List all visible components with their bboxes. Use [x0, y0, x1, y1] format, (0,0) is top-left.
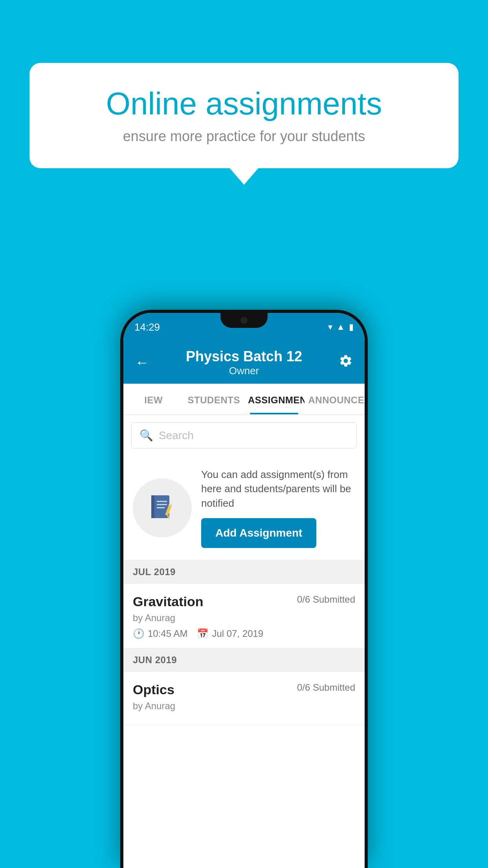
search-bar[interactable]: 🔍 Search — [131, 422, 357, 449]
assignment-icon-circle — [133, 478, 192, 537]
assignment-by: by Anurag — [133, 701, 355, 712]
assignment-time: 🕐 10:45 AM — [133, 628, 187, 639]
tab-assignments[interactable]: ASSIGNMENTS — [244, 384, 305, 414]
section-header-jul: JUL 2019 — [123, 560, 365, 584]
assignment-name: Optics — [133, 682, 174, 697]
assignment-date: 📅 Jul 07, 2019 — [197, 628, 263, 639]
svg-rect-3 — [157, 504, 167, 505]
table-row[interactable]: Optics 0/6 Submitted by Anurag — [123, 672, 365, 725]
status-time: 14:29 — [134, 321, 160, 333]
assignment-name: Gravitation — [133, 594, 203, 609]
svg-rect-1 — [151, 495, 154, 518]
section-header-jun: JUN 2019 — [123, 648, 365, 672]
status-bar: 14:29 ▾ ▲ ▮ — [123, 313, 365, 341]
promo-description: You can add assignment(s) from here and … — [201, 467, 355, 510]
status-icons: ▾ ▲ ▮ — [328, 322, 354, 332]
header-center: Physics Batch 12 Owner — [186, 348, 302, 377]
clock-icon: 🕐 — [133, 628, 145, 639]
app-header: ← Physics Batch 12 Owner — [123, 341, 365, 384]
promo-card: You can add assignment(s) from here and … — [123, 456, 365, 560]
table-row[interactable]: Gravitation 0/6 Submitted by Anurag 🕐 10… — [123, 584, 365, 648]
tab-iew[interactable]: IEW — [123, 384, 184, 414]
svg-rect-4 — [157, 507, 165, 508]
settings-icon[interactable] — [339, 354, 353, 371]
assignment-submitted: 0/6 Submitted — [297, 682, 355, 693]
search-icon: 🔍 — [139, 429, 153, 442]
camera — [240, 317, 248, 324]
assignment-meta: 🕐 10:45 AM 📅 Jul 07, 2019 — [133, 628, 355, 639]
header-title: Physics Batch 12 — [186, 348, 302, 365]
speech-bubble: Online assignments ensure more practice … — [29, 63, 459, 168]
date-value: Jul 07, 2019 — [212, 628, 263, 639]
assignment-by: by Anurag — [133, 612, 355, 623]
time-value: 10:45 AM — [148, 628, 187, 639]
tab-announcements[interactable]: ANNOUNCEM… — [305, 384, 365, 414]
battery-icon: ▮ — [349, 322, 354, 332]
speech-bubble-container: Online assignments ensure more practice … — [29, 63, 459, 168]
phone-screen: 14:29 ▾ ▲ ▮ ← Physics Batch 12 Owner — [123, 313, 365, 868]
calendar-icon: 📅 — [197, 628, 209, 639]
search-input[interactable]: Search — [159, 429, 194, 442]
tab-students[interactable]: STUDENTS — [184, 384, 244, 414]
header-subtitle: Owner — [186, 365, 302, 377]
svg-rect-2 — [157, 501, 167, 502]
promo-text-area: You can add assignment(s) from here and … — [201, 467, 355, 548]
assignment-submitted: 0/6 Submitted — [297, 594, 355, 605]
bubble-subtitle: ensure more practice for your students — [57, 128, 431, 145]
phone-content: 🔍 Search — [123, 415, 365, 725]
assignment-row-top: Gravitation 0/6 Submitted — [133, 594, 355, 609]
add-assignment-button[interactable]: Add Assignment — [201, 518, 316, 548]
search-container: 🔍 Search — [123, 415, 365, 456]
notch — [220, 313, 268, 328]
assignment-row-top: Optics 0/6 Submitted — [133, 682, 355, 697]
tabs-container: IEW STUDENTS ASSIGNMENTS ANNOUNCEM… — [123, 384, 365, 415]
bubble-title: Online assignments — [57, 86, 431, 121]
back-button[interactable]: ← — [135, 354, 149, 371]
phone-frame: 14:29 ▾ ▲ ▮ ← Physics Batch 12 Owner — [120, 310, 368, 868]
wifi-icon: ▾ — [328, 322, 332, 332]
signal-icon: ▲ — [336, 322, 345, 332]
